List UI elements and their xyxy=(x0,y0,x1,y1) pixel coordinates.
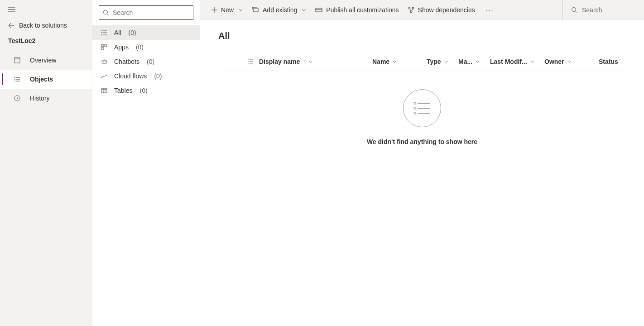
chevron-down-icon xyxy=(567,60,572,63)
more-commands-button[interactable]: ··· xyxy=(480,6,500,14)
svg-point-20 xyxy=(409,7,410,9)
svg-point-2 xyxy=(14,79,15,80)
back-to-solutions-link[interactable]: Back to solutions xyxy=(0,18,92,35)
svg-rect-0 xyxy=(14,58,20,63)
back-arrow-icon xyxy=(8,22,14,29)
category-chatbots[interactable]: Chatbots (0) xyxy=(92,54,200,69)
category-apps[interactable]: Apps (0) xyxy=(92,40,200,54)
chatbots-icon xyxy=(101,58,108,65)
command-search-placeholder: Search xyxy=(582,6,602,14)
column-status-label: Status xyxy=(599,58,618,65)
svg-rect-24 xyxy=(414,102,416,104)
search-icon xyxy=(571,7,577,13)
publish-button[interactable]: Publish all customizations xyxy=(311,0,403,20)
svg-rect-11 xyxy=(101,48,104,50)
table-header-row: Display name ↑ Name Type Ma... xyxy=(218,52,626,71)
column-name[interactable]: Name xyxy=(372,58,427,65)
chevron-down-icon xyxy=(238,9,243,11)
cloud-flows-icon xyxy=(101,73,108,79)
tables-icon xyxy=(101,87,108,94)
svg-rect-7 xyxy=(101,32,102,33)
svg-rect-9 xyxy=(101,44,104,47)
nav-overview-label: Overview xyxy=(30,57,56,64)
column-display-name[interactable]: Display name ↑ xyxy=(259,58,372,65)
category-all-label: All xyxy=(114,29,121,36)
svg-rect-25 xyxy=(414,107,416,109)
category-all[interactable]: All (0) xyxy=(92,25,200,40)
solution-name: TestLoc2 xyxy=(0,35,92,51)
category-all-count: (0) xyxy=(129,29,136,36)
column-owner-label: Owner xyxy=(544,58,564,65)
category-apps-count: (0) xyxy=(136,43,144,51)
show-dependencies-label: Show dependencies xyxy=(418,6,475,14)
svg-rect-26 xyxy=(414,112,416,114)
objects-search-box[interactable] xyxy=(99,5,193,20)
back-label: Back to solutions xyxy=(19,22,67,29)
show-dependencies-button[interactable]: Show dependencies xyxy=(404,0,480,20)
category-apps-label: Apps xyxy=(114,43,129,51)
content-title: All xyxy=(218,31,626,41)
add-existing-icon xyxy=(252,7,259,13)
objects-search-input[interactable] xyxy=(113,9,192,16)
svg-rect-19 xyxy=(316,8,322,12)
empty-state-message: We didn't find anything to show here xyxy=(367,138,477,145)
sort-ascending-icon: ↑ xyxy=(303,58,306,65)
svg-rect-10 xyxy=(105,44,107,47)
column-display-name-label: Display name xyxy=(259,58,300,65)
nav-history[interactable]: History xyxy=(0,89,92,108)
empty-state-icon xyxy=(403,89,441,127)
column-managed-label: Ma... xyxy=(458,58,472,65)
category-tables-label: Tables xyxy=(114,87,132,94)
svg-rect-17 xyxy=(101,88,107,93)
column-type[interactable]: Type xyxy=(427,58,458,65)
svg-point-1 xyxy=(14,77,15,78)
hamburger-button[interactable] xyxy=(0,0,92,18)
new-label: New xyxy=(221,6,234,14)
svg-point-15 xyxy=(101,77,102,78)
svg-rect-18 xyxy=(254,8,258,12)
overview-icon xyxy=(14,57,21,63)
all-icon xyxy=(101,29,108,36)
category-cloud-flows-label: Cloud flows xyxy=(114,72,147,80)
ellipsis-icon: ··· xyxy=(486,6,494,14)
svg-point-23 xyxy=(572,7,576,11)
category-cloud-flows[interactable]: Cloud flows (0) xyxy=(92,69,200,83)
search-icon xyxy=(103,10,109,16)
chevron-down-icon xyxy=(530,60,534,63)
svg-point-22 xyxy=(410,11,412,13)
empty-state: We didn't find anything to show here xyxy=(218,71,626,145)
svg-point-3 xyxy=(14,81,15,82)
object-categories-panel: All (0) Apps (0) Chatbots (0) Cloud flow… xyxy=(92,0,200,326)
command-bar-search[interactable]: Search xyxy=(562,0,644,20)
chevron-down-icon xyxy=(444,60,448,63)
chevron-down-icon xyxy=(392,60,397,63)
main-area: New Add existing Publish all customizati xyxy=(200,0,644,326)
column-status[interactable]: Status xyxy=(599,58,626,65)
content-area: All Display name ↑ Name Type xyxy=(200,20,644,326)
category-chatbots-count: (0) xyxy=(147,58,154,65)
hamburger-icon xyxy=(8,7,15,12)
plus-icon xyxy=(211,7,217,13)
category-chatbots-label: Chatbots xyxy=(114,58,139,65)
nav-objects[interactable]: Objects xyxy=(0,70,92,89)
column-last-modified[interactable]: Last Modif... xyxy=(490,58,544,65)
category-tables[interactable]: Tables (0) xyxy=(92,83,200,98)
column-last-modified-label: Last Modif... xyxy=(490,58,527,65)
column-managed[interactable]: Ma... xyxy=(458,58,490,65)
category-tables-count: (0) xyxy=(139,87,147,94)
column-owner[interactable]: Owner xyxy=(544,58,599,65)
svg-point-16 xyxy=(106,75,107,76)
svg-point-14 xyxy=(105,62,106,62)
publish-icon xyxy=(315,7,322,13)
svg-point-5 xyxy=(104,10,108,14)
apps-icon xyxy=(101,44,108,50)
add-existing-label: Add existing xyxy=(263,6,297,14)
nav-overview[interactable]: Overview xyxy=(0,51,92,70)
new-button[interactable]: New xyxy=(207,0,247,20)
dependencies-icon xyxy=(408,7,414,13)
chevron-down-icon xyxy=(475,60,480,63)
add-existing-button[interactable]: Add existing xyxy=(247,0,311,20)
nav-objects-label: Objects xyxy=(30,76,53,83)
nav-history-label: History xyxy=(30,95,50,102)
chevron-down-icon xyxy=(308,60,313,63)
